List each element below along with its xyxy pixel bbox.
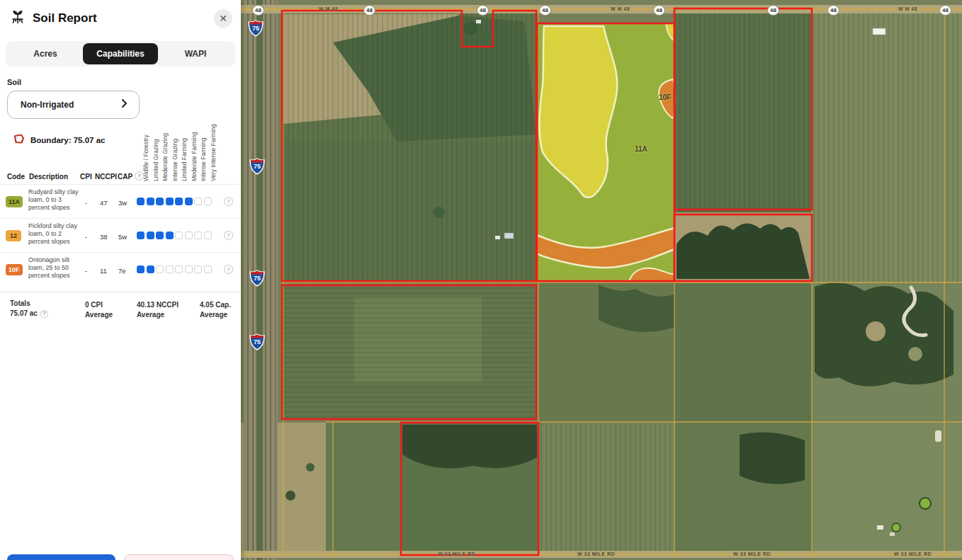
road-label-bottom: W 33 MILE RD: [438, 552, 475, 556]
nccpi-value: 11: [100, 267, 107, 275]
tab-acres[interactable]: Acres: [8, 43, 83, 64]
interstate-75-shield-icon: 75: [248, 20, 264, 37]
soil-section-label: Soil: [7, 78, 241, 86]
capability-square-empty: [185, 232, 193, 239]
soil-code-badge: 10F: [6, 264, 23, 275]
capability-square-empty: [175, 265, 183, 273]
soil-area-label: 10F: [659, 93, 671, 101]
soil-description: Ontonagon silt loam, 25 to 50 percent sl…: [28, 256, 79, 279]
cpi-value: -: [85, 233, 87, 241]
soil-report-icon: [10, 8, 26, 28]
road-label-bottom: W 33 MILE RD: [577, 552, 615, 556]
col-header-nccpi: NCCPI: [95, 173, 117, 181]
cap-value: 5w: [118, 233, 127, 241]
cap-value: 3w: [118, 199, 127, 207]
route-48-shield-icon: 48: [539, 5, 551, 16]
tab-capabilities[interactable]: Capabilities: [83, 43, 158, 64]
table-row: 12Pickford silty clay loam, 0 to 2 perce…: [0, 218, 241, 252]
soil-code-badge: 12: [6, 230, 21, 241]
col-header-description: Description: [29, 173, 68, 181]
interstate-75-shield-icon: 75: [249, 158, 265, 175]
app-window: 757575754848484848484848W M 48W M 48W M …: [0, 0, 962, 560]
capability-square-empty: [166, 265, 174, 273]
soil-report-panel: Soil Report ✕ AcresCapabilitiesWAPI Soil…: [0, 0, 241, 560]
capability-square-empty: [204, 265, 212, 273]
totals-label: Totals: [10, 299, 48, 309]
report-tabs: AcresCapabilitiesWAPI: [6, 41, 235, 67]
capability-square-filled: [147, 265, 154, 273]
totals-acres: 75.07 ac: [10, 309, 38, 319]
capability-squares: [137, 232, 212, 239]
soil-code-badge: 11A: [6, 196, 23, 207]
panel-title: Soil Report: [33, 11, 214, 25]
table-header-row: Code Description CPI NCCPI CAP ?: [0, 170, 241, 184]
capability-square-empty: [204, 198, 212, 205]
capability-square-filled: [137, 198, 145, 205]
table-rows: 11ARudyard silty clay loam, 0 to 3 perce…: [0, 184, 241, 286]
road-label-bottom: W 33 MILE RD: [733, 552, 771, 556]
interstate-75-shield-icon: 75: [249, 333, 265, 350]
soil-overlay-polygon: [537, 23, 674, 281]
irrigation-dropdown[interactable]: Non-Irrigated: [7, 91, 140, 119]
nccpi-value: 47: [100, 199, 108, 207]
road-label-top: W M 48: [611, 6, 630, 11]
col-header-cap: CAP: [118, 173, 132, 181]
capability-squares: [137, 265, 212, 273]
panel-header: Soil Report ✕: [0, 0, 241, 35]
road-label-top: W M 48: [319, 6, 338, 11]
capability-square-filled: [156, 232, 164, 239]
col-header-cpi: CPI: [80, 173, 92, 181]
capability-square-filled: [166, 232, 174, 239]
footer-primary-button[interactable]: [7, 554, 115, 560]
totals-cpi: 0 CPIAverage: [85, 300, 113, 319]
row-help-icon[interactable]: ?: [224, 231, 233, 240]
chevron-right-icon: [119, 98, 129, 111]
capability-square-filled: [185, 198, 193, 205]
capability-square-filled: [166, 198, 174, 205]
nccpi-value: 38: [100, 233, 108, 241]
totals-row: Totals 75.07 ac ? 0 CPIAverage 40.13 NCC…: [0, 292, 241, 299]
totals-help-icon[interactable]: ?: [40, 310, 48, 318]
capability-square-empty: [194, 265, 202, 273]
capability-square-filled: [137, 232, 145, 239]
capability-square-empty: [175, 232, 183, 239]
soil-description: Rudyard silty clay loam, 0 to 3 percent …: [28, 188, 79, 211]
route-48-shield-icon: 48: [477, 5, 489, 16]
route-48-shield-icon: 48: [767, 5, 779, 16]
soil-description: Pickford silty clay loam, 0 to 2 percent…: [28, 222, 79, 245]
footer-secondary-button[interactable]: [124, 554, 234, 560]
irrigation-dropdown-value: Non-Irrigated: [21, 100, 119, 110]
row-help-icon[interactable]: ?: [224, 197, 233, 206]
interstate-75-shield-icon: 75: [249, 270, 265, 287]
route-48-shield-icon: 48: [653, 5, 665, 16]
soil-area-label: 11A: [635, 145, 647, 153]
tab-wapi[interactable]: WAPI: [158, 43, 233, 64]
capability-squares: [137, 198, 212, 205]
capability-square-filled: [147, 198, 154, 205]
cpi-value: -: [85, 199, 87, 207]
table-row: 10FOntonagon silt loam, 25 to 50 percent…: [0, 252, 241, 286]
road-label-top: W M 48: [898, 6, 917, 11]
route-48-shield-icon: 48: [363, 5, 375, 16]
capability-square-empty: [185, 265, 193, 273]
capability-square-empty: [204, 232, 212, 239]
route-48-shield-icon: 48: [939, 5, 951, 16]
soil-table: Code Description CPI NCCPI CAP ? 11ARudy…: [0, 170, 241, 286]
cap-value: 7e: [118, 267, 126, 275]
route-48-shield-icon: 48: [827, 5, 839, 16]
road-label-bottom: W 33 MILE RD: [894, 552, 932, 556]
boundary-row: Boundary: 75.07 ac: [13, 133, 241, 147]
close-icon[interactable]: ✕: [214, 9, 232, 28]
capability-square-empty: [194, 198, 202, 205]
col-header-code: Code: [7, 173, 25, 181]
totals-cap: 4.05 Cap.Average: [200, 300, 231, 319]
capability-square-filled: [175, 198, 183, 205]
panel-footer-buttons: [0, 554, 241, 560]
row-help-icon[interactable]: ?: [224, 265, 233, 274]
capabilities-help-icon[interactable]: ?: [135, 171, 144, 181]
capability-square-filled: [147, 232, 154, 239]
route-48-shield-icon: 48: [252, 5, 264, 16]
table-row: 11ARudyard silty clay loam, 0 to 3 perce…: [0, 184, 241, 218]
capability-square-filled: [137, 265, 145, 273]
totals-nccpi: 40.13 NCCPIAverage: [137, 300, 179, 319]
